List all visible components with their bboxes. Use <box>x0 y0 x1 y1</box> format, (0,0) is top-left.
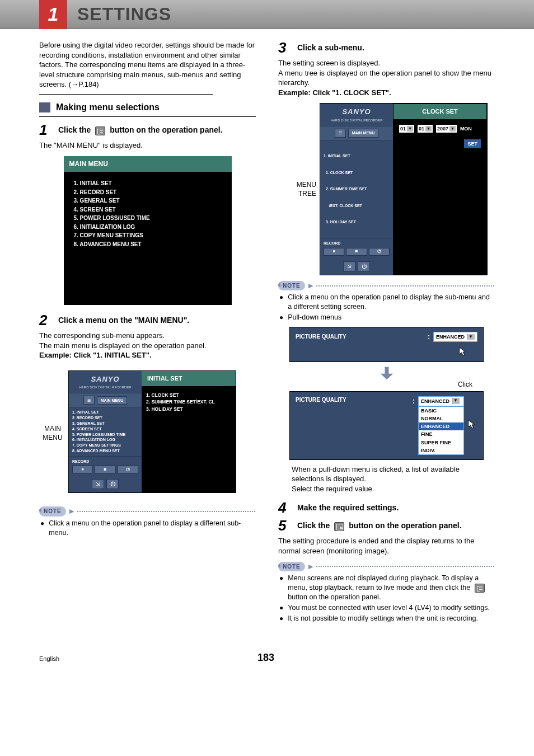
chapter-title: SETTINGS <box>77 4 171 25</box>
option-selected[interactable]: ENHANCED <box>419 422 463 430</box>
brand-logo: SANYO <box>69 371 142 386</box>
main-menu-screenshot: MAIN MENU 1. INITIAL SET 2. RECORD SET 3… <box>64 156 232 305</box>
example-text: Example: Click "1. INITIAL SET". <box>39 350 256 360</box>
menu-icon: ☰ <box>335 129 346 138</box>
brand-subtitle: HARD DISK DIGITAL RECORDER <box>69 385 142 393</box>
cursor-icon <box>467 419 477 429</box>
step-2: 2 Click a menu on the "MAIN MENU". <box>39 313 256 327</box>
record-section: RECORD ● ■ ◔ <box>69 456 142 476</box>
clock-set-screen: CLOCK SET 01▼ 01▼ 2007▼ MON SET <box>393 104 487 275</box>
bullet-icon: ● <box>40 519 44 538</box>
bullet-icon: ● <box>279 574 283 602</box>
menu-item: 6. INITIALIZATION LOG <box>74 223 222 231</box>
exit-icon: ⇲ <box>92 479 104 489</box>
text: Click the <box>58 125 93 134</box>
option[interactable]: BASIC <box>419 407 463 415</box>
bullet-icon: ● <box>279 614 283 623</box>
main-menu-body: 1. INITIAL SET 2. RECORD SET 3. GENERAL … <box>64 172 232 305</box>
option[interactable]: NORMAL <box>419 415 463 422</box>
day-dropdown[interactable]: 01▼ <box>418 125 433 133</box>
note-divider <box>316 566 495 567</box>
arrow-icon: ▶ <box>69 507 74 515</box>
note-badge: NOTE <box>39 506 66 516</box>
panel-bottom-buttons: ⇲ ⏻ <box>320 258 393 275</box>
dropdown-arrow-icon: ▼ <box>449 126 456 131</box>
note-divider <box>77 511 256 512</box>
note-bullets: ●Click a menu on the operation panel to … <box>278 293 495 322</box>
panel-bottom-buttons: ⇲ ⏻ <box>69 476 142 492</box>
section-heading: Making menu selections <box>56 101 160 114</box>
menu-item: 1. INITIAL SET <box>74 180 222 187</box>
note-bullets: ● Menu screens are not displayed during … <box>278 574 495 623</box>
set-button[interactable]: SET <box>464 139 481 148</box>
section-heading-row: Making menu selections <box>39 101 256 114</box>
picture-quality-dropdown[interactable]: ENHANCED ▼ <box>418 396 464 406</box>
list-item: 5. POWER LOSS/USED TIME <box>72 432 138 438</box>
list-item: 1. CLOCK SET <box>146 392 231 399</box>
note-text: It is not possible to modify settings wh… <box>288 614 478 623</box>
timer-icon: ◔ <box>118 466 138 473</box>
side-label: MENU TREE <box>289 180 316 198</box>
menu-icon <box>95 126 105 135</box>
menu-icon <box>475 584 485 593</box>
right-column: 3 Click a sub-menu. The setting screen i… <box>278 40 495 624</box>
bullet-icon: ● <box>279 293 283 312</box>
exit-icon: ⇲ <box>343 261 355 271</box>
brand-logo: SANYO <box>320 104 393 118</box>
operation-panel: SANYO HARD DISK DIGITAL RECORDER ☰ MAIN … <box>69 371 142 492</box>
pulldown-open: PICTURE QUALITY : ENHANCED ▼ BASIC NORMA… <box>289 391 484 460</box>
screen-header: INITIAL SET <box>142 371 236 386</box>
power-icon: ⏻ <box>358 261 370 271</box>
option[interactable]: SUPER FINE <box>419 439 463 447</box>
page-number: 183 <box>257 652 274 664</box>
list-item: 2. SUMMER TIME SET <box>324 186 390 192</box>
year-dropdown[interactable]: 2007▼ <box>436 125 457 133</box>
note-text: Click a menu on the operation panel to d… <box>49 519 256 538</box>
option[interactable]: INDIV. <box>419 447 463 454</box>
setting-screen: INITIAL SET 1. CLOCK SET 2. SUMMER TIME … <box>142 371 236 492</box>
panel-menu-list: 1. INITIAL SET 2. RECORD SET 3. GENERAL … <box>69 407 142 456</box>
list-item: 3. HOLIDAY SET <box>146 406 231 413</box>
record-section: RECORD ● ■ ◔ <box>320 238 393 257</box>
menu-item: 4. SCREEN SET <box>74 206 222 214</box>
list-item: /EXT. CLOCK SET <box>324 203 390 209</box>
month-dropdown[interactable]: 01▼ <box>399 125 414 133</box>
step-number: 3 <box>278 40 291 55</box>
page-footer: English 183 <box>0 630 534 675</box>
power-icon: ⏻ <box>106 479 119 489</box>
pulldown-closed: PICTURE QUALITY : ENHANCED ▼ <box>289 327 484 362</box>
clock-set-screenshot: MENU TREE SANYO HARD DISK DIGITAL RECORD… <box>289 103 495 275</box>
option[interactable]: FINE <box>419 430 463 438</box>
list-item: 6. INITIALIZATION LOG <box>72 437 138 443</box>
down-arrow-icon <box>289 367 484 380</box>
screen-header: CLOCK SET <box>394 104 486 119</box>
side-label: MAIN MENU <box>39 424 66 442</box>
text: When a pull-down menu is clicked, a list… <box>292 464 481 484</box>
list-item: 7. COPY MENU SETTINGS <box>72 443 138 448</box>
step-body: The "MAIN MENU" is displayed. <box>39 140 256 151</box>
record-icon: ● <box>72 466 93 473</box>
step-number: 2 <box>39 313 51 327</box>
text: A menu tree is displayed on the operatio… <box>278 68 495 88</box>
pulldown-figure: PICTURE QUALITY : ENHANCED ▼ Click PICTU… <box>289 327 484 494</box>
step-1: 1 Click the button on the operation pane… <box>39 123 256 137</box>
menu-item: 7. COPY MENU SETTINGS <box>74 232 222 240</box>
picture-quality-dropdown[interactable]: ENHANCED ▼ <box>433 332 477 342</box>
stop-icon: ■ <box>346 248 367 256</box>
arrow-icon: ▶ <box>308 562 313 571</box>
exit-icon <box>334 522 344 531</box>
list-item: 1. CLOCK SET <box>324 170 390 176</box>
chapter-title-bar: 1 SETTINGS <box>0 0 534 29</box>
note-badge: NOTE <box>278 562 305 572</box>
step-4: 4 Make the required settings. <box>278 500 495 515</box>
language-label: English <box>39 655 59 662</box>
text: The setting screen is displayed. <box>278 58 495 68</box>
screen-body: 1. CLOCK SET 2. SUMMER TIME SET/EXT. CL … <box>142 386 236 419</box>
text: button on the operation panel. <box>346 521 461 530</box>
menu-item: 3. GENERAL SET <box>74 197 222 205</box>
note-header: NOTE ▶ <box>278 562 495 572</box>
text: The main menu is displayed on the operat… <box>39 341 256 351</box>
note-divider <box>316 285 495 287</box>
note-text: You must be connected with user level 4 … <box>288 603 490 613</box>
menu-item: 5. POWER LOSS/USED TIME <box>74 214 222 222</box>
